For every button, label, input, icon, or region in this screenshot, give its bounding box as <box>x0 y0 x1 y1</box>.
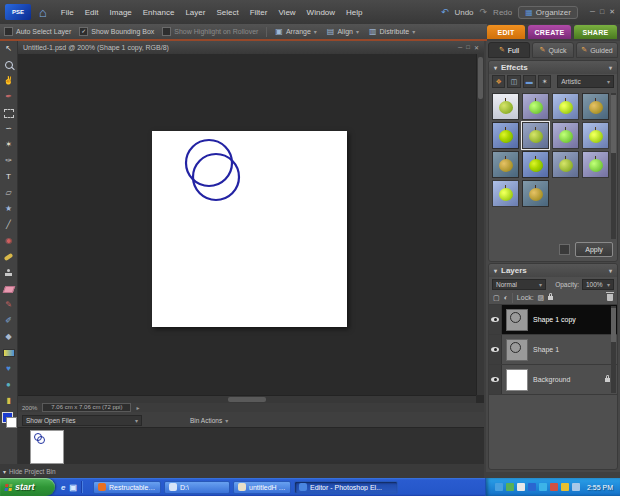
effects-panel-header[interactable]: ▾ Effects ▾ <box>489 61 617 74</box>
straighten-tool[interactable]: ╱ <box>0 217 17 233</box>
scrollbar-thumb[interactable] <box>228 397 266 402</box>
maximize-icon[interactable]: □ <box>600 8 604 16</box>
shape-tool[interactable]: ♥ <box>0 361 17 377</box>
clone-stamp-tool[interactable] <box>0 265 17 281</box>
layer-styles-icon[interactable]: ◫ <box>507 75 520 88</box>
menu-file[interactable]: File <box>61 8 74 17</box>
collapse-triangle-icon[interactable]: ▾ <box>494 267 497 274</box>
tab-full[interactable]: ✎ Full <box>488 42 530 58</box>
effect-thumbnail-6[interactable] <box>522 122 549 149</box>
undo-button[interactable]: Undo <box>454 8 473 17</box>
tab-edit[interactable]: EDIT <box>487 25 525 39</box>
effect-thumbnail-2[interactable] <box>522 93 549 120</box>
red-eye-tool[interactable]: ◉ <box>0 233 17 249</box>
checkbox-auto-select-layer[interactable]: Auto Select Layer <box>4 27 71 36</box>
internet-explorer-icon[interactable]: e <box>61 483 65 492</box>
effects-category-dropdown[interactable]: Artistic ▾ <box>557 75 614 88</box>
effect-thumbnail-10[interactable] <box>522 151 549 178</box>
tray-icon-1[interactable] <box>495 483 503 491</box>
effect-thumbnail-11[interactable] <box>552 151 579 178</box>
visibility-toggle[interactable] <box>489 365 502 394</box>
sponge-tool[interactable]: ▮ <box>0 393 17 409</box>
visibility-toggle[interactable] <box>489 335 502 364</box>
effect-thumbnail-4[interactable] <box>582 93 609 120</box>
layer-row-shape-1[interactable]: Shape 1 <box>489 335 617 365</box>
scrollbar-thumb[interactable] <box>478 57 483 99</box>
move-tool[interactable]: ↖ <box>0 41 17 57</box>
visibility-toggle[interactable] <box>489 305 502 334</box>
document-viewport[interactable] <box>18 54 484 395</box>
taskbar-task-restructableid-exc[interactable]: RestructableId-EXC... <box>93 481 161 494</box>
tray-icon-6[interactable] <box>550 483 558 491</box>
document-titlebar[interactable]: Untitled-1.psd @ 200% (Shape 1 copy, RGB… <box>18 41 484 54</box>
marquee-tool[interactable] <box>0 105 17 121</box>
photo-effects-icon[interactable]: ▬ <box>523 75 536 88</box>
lock-transparency-icon[interactable]: ▨ <box>538 294 545 302</box>
healing-brush-tool[interactable] <box>0 249 17 265</box>
all-effects-icon[interactable]: ✶ <box>538 75 551 88</box>
blend-mode-dropdown[interactable]: Normal ▾ <box>492 279 546 290</box>
checkbox-show-bounding-box[interactable]: ✓Show Bounding Box <box>79 27 154 36</box>
tray-icon-7[interactable] <box>561 483 569 491</box>
new-layer-icon[interactable]: ▢ <box>493 294 500 302</box>
taskbar-task-editor-photoshop-el[interactable]: Editor - Photoshop El... <box>294 481 398 494</box>
tray-icon-4[interactable] <box>528 483 536 491</box>
effect-thumbnail-9[interactable] <box>492 151 519 178</box>
bin-actions-button[interactable]: Bin Actions ▾ <box>190 417 228 424</box>
canvas[interactable] <box>152 131 347 327</box>
effect-thumbnail-7[interactable] <box>552 122 579 149</box>
effect-thumbnail-12[interactable] <box>582 151 609 178</box>
layer-row-background[interactable]: Background <box>489 365 617 395</box>
horizontal-scrollbar[interactable] <box>18 395 476 403</box>
menu-layer[interactable]: Layer <box>185 8 205 17</box>
eyedropper-tool[interactable]: ✒ <box>0 89 17 105</box>
tray-icon-2[interactable] <box>506 483 514 491</box>
taskbar-task-d[interactable]: D:\ <box>164 481 230 494</box>
home-icon[interactable]: ⌂ <box>39 6 47 19</box>
redo-button[interactable]: Redo <box>493 8 512 17</box>
start-button[interactable]: start <box>0 478 55 496</box>
panel-more-icon[interactable]: ▾ <box>609 267 612 274</box>
layer-row-shape-1-copy[interactable]: Shape 1 copy <box>489 305 617 335</box>
menu-view[interactable]: View <box>278 8 295 17</box>
doc-close-icon[interactable]: ✕ <box>474 44 479 51</box>
tab-quick[interactable]: ✎ Quick <box>532 42 574 58</box>
gradient-tool[interactable] <box>0 345 17 361</box>
scrollbar-thumb[interactable] <box>611 95 616 153</box>
eraser-tool[interactable] <box>0 281 17 297</box>
menu-image[interactable]: Image <box>110 8 132 17</box>
align-button[interactable]: ▤Align▾ <box>327 27 359 36</box>
tab-guided[interactable]: ✎ Guided <box>576 42 618 58</box>
filters-icon[interactable]: ❖ <box>492 75 505 88</box>
cookie-cutter-tool[interactable]: ★ <box>0 201 17 217</box>
zoom-tool[interactable] <box>0 57 17 73</box>
hand-tool[interactable]: ✌ <box>0 73 17 89</box>
lock-all-icon[interactable] <box>548 296 553 300</box>
layers-scrollbar[interactable] <box>611 306 616 393</box>
tray-icon-8[interactable] <box>572 483 580 491</box>
tray-icon-5[interactable] <box>539 483 547 491</box>
menu-window[interactable]: Window <box>307 8 335 17</box>
hide-project-bin-bar[interactable]: ▾ Hide Project Bin <box>0 464 484 478</box>
show-open-files-dropdown[interactable]: Show Open Files ▾ <box>22 415 142 426</box>
background-color-swatch[interactable] <box>6 417 17 428</box>
paint-bucket-tool[interactable]: ◆ <box>0 329 17 345</box>
show-desktop-icon[interactable]: ▣ <box>69 483 77 492</box>
checkbox-show-highlight-on-rollover[interactable]: Show Highlight on Rollover <box>162 27 258 36</box>
menu-filter[interactable]: Filter <box>250 8 268 17</box>
blur-tool[interactable]: ● <box>0 377 17 393</box>
clock[interactable]: 2:55 PM <box>587 484 613 491</box>
delete-layer-icon[interactable] <box>607 294 613 301</box>
status-arrow-icon[interactable]: ▸ <box>136 404 139 411</box>
smart-brush-tool[interactable]: ✐ <box>0 313 17 329</box>
brush-tool[interactable]: ✎ <box>0 297 17 313</box>
doc-minimize-icon[interactable]: ─ <box>458 44 462 51</box>
vertical-scrollbar[interactable] <box>476 54 484 395</box>
opacity-field[interactable]: 100% ▾ <box>582 279 614 290</box>
effects-scrollbar[interactable] <box>611 93 616 239</box>
menu-edit[interactable]: Edit <box>85 8 99 17</box>
effect-thumbnail-14[interactable] <box>522 180 549 207</box>
tab-share[interactable]: SHARE <box>574 25 617 39</box>
effect-thumbnail-3[interactable] <box>552 93 579 120</box>
menu-select[interactable]: Select <box>216 8 238 17</box>
